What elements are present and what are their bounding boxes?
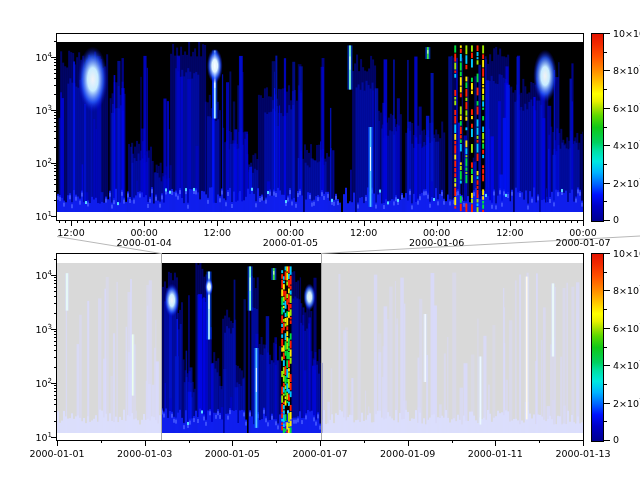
zoomed-x-minor-tick [388, 220, 389, 223]
zoomed-colorbar-tick-label: 10×107 [613, 28, 640, 39]
zoomed-x-tick [510, 220, 511, 226]
context-colorbar-tick [604, 272, 607, 273]
zoomed-colorbar-tick-label: 4×107 [613, 140, 640, 151]
zoomed-plot-frame [56, 33, 584, 221]
zoomed-x-minor-tick [540, 220, 541, 223]
zoomed-y-minor-tick [54, 179, 57, 180]
context-y-minor-tick [54, 404, 57, 405]
context-colorbar-tick-label: 0 [613, 435, 619, 445]
context-y-minor-tick [54, 303, 57, 304]
context-colorbar-tick-label: 6×107 [613, 323, 640, 334]
context-colorbar-tick-label: 10×107 [613, 248, 640, 259]
zoomed-x-minor-tick [345, 220, 346, 223]
zoomed-x-minor-tick [83, 220, 84, 223]
zoomed-x-minor-tick [546, 220, 547, 223]
zoomed-x-minor-tick [455, 220, 456, 223]
context-colorbar-tick [604, 309, 607, 310]
zoomed-x-minor-tick [400, 220, 401, 223]
zoomed-y-minor-tick [54, 138, 57, 139]
context-y-minor-tick [54, 277, 57, 278]
zoomed-x-minor-tick [260, 220, 261, 223]
context-x-tick [145, 440, 146, 446]
zoomed-x-minor-tick [467, 220, 468, 223]
zoomed-x-minor-tick [138, 220, 139, 223]
zoomed-x-minor-tick [181, 220, 182, 223]
zoomed-y-minor-tick [54, 184, 57, 185]
context-colorbar-tick [604, 421, 607, 422]
zoomed-colorbar-tick-label: 0 [613, 215, 619, 225]
zoomed-y-minor-tick [54, 165, 57, 166]
zoomed-x-minor-tick [187, 220, 188, 223]
context-x-date-label: 2000-01-11 [468, 449, 523, 459]
zoomed-x-tick-label: 12:00 [57, 228, 84, 238]
zoomed-x-minor-tick [108, 220, 109, 223]
zoomed-x-minor-tick [309, 220, 310, 223]
zoomed-x-minor-tick [315, 220, 316, 223]
zoomed-x-tick [71, 220, 72, 226]
zoomed-x-minor-tick [65, 220, 66, 223]
context-y-minor-tick [54, 357, 57, 358]
context-x-date-label: 2000-01-03 [117, 449, 172, 459]
zoomed-x-minor-tick [492, 220, 493, 223]
zoomed-colorbar-tick-label: 2×107 [613, 178, 640, 189]
context-y-minor-tick [54, 337, 57, 338]
selection-right-edge[interactable] [321, 253, 322, 440]
context-colorbar-tick [604, 290, 610, 291]
zoomed-x-minor-tick [102, 220, 103, 223]
zoomed-x-minor-tick [534, 220, 535, 223]
zoomed-x-minor-tick [498, 220, 499, 223]
context-y-tick-label: 104 [16, 270, 52, 281]
zoomed-x-minor-tick [114, 220, 115, 223]
zoomed-x-tick-label: 12:00 [496, 228, 523, 238]
context-y-minor-tick [54, 411, 57, 412]
zoomed-y-minor-tick [54, 94, 57, 95]
zoomed-y-minor-tick [54, 122, 57, 123]
zoomed-x-minor-tick [132, 220, 133, 223]
zoomed-colorbar-tick-label: 8×107 [613, 65, 640, 76]
zoomed-x-minor-tick [333, 220, 334, 223]
zoomed-x-minor-tick [175, 220, 176, 223]
context-y-minor-tick [54, 399, 57, 400]
selection-left-edge[interactable] [161, 253, 162, 440]
context-y-minor-tick [54, 291, 57, 292]
zoomed-x-minor-tick [59, 220, 60, 223]
zoomed-y-tick-label: 101 [16, 211, 52, 222]
context-y-tick-label: 103 [16, 324, 52, 335]
zoomed-colorbar-tick [604, 52, 607, 53]
zoomed-x-minor-tick [553, 220, 554, 223]
zoomed-colorbar-tick [604, 70, 610, 71]
zoomed-x-minor-tick [199, 220, 200, 223]
zoomed-x-minor-tick [486, 220, 487, 223]
zoomed-x-minor-tick [376, 220, 377, 223]
zoomed-x-minor-tick [95, 220, 96, 223]
zoomed-y-tick-label: 104 [16, 52, 52, 63]
zoomed-x-date-label: 2000-01-04 [117, 238, 172, 248]
context-colorbar-tick [604, 440, 610, 441]
zoomed-y-minor-tick [54, 65, 57, 66]
zoomed-x-minor-tick [150, 220, 151, 223]
zoomed-y-minor-tick [54, 59, 57, 60]
zoomed-x-minor-tick [351, 220, 352, 223]
context-y-minor-tick [54, 388, 57, 389]
zoomed-y-minor-tick [54, 118, 57, 119]
zoomed-x-tick-label: 12:00 [350, 228, 377, 238]
zoomed-y-tick-label: 102 [16, 158, 52, 169]
zoomed-y-minor-tick [54, 115, 57, 116]
zoomed-x-minor-tick [266, 220, 267, 223]
zoomed-y-tick-label: 103 [16, 105, 52, 116]
context-y-tick-label: 101 [16, 432, 52, 443]
context-colorbar-tick [604, 384, 607, 385]
zoomed-x-minor-tick [577, 220, 578, 223]
context-x-minor-tick [276, 440, 277, 443]
context-y-minor-tick [54, 334, 57, 335]
context-x-date-label: 2000-01-01 [29, 449, 84, 459]
zoomed-x-minor-tick [559, 220, 560, 223]
zoomed-y-minor-tick [54, 78, 57, 79]
zoomed-y-minor-tick [54, 62, 57, 63]
zoomed-y-minor-tick [54, 85, 57, 86]
zoomed-x-minor-tick [418, 220, 419, 223]
spectrogram-viewer: 10110210310412:0000:002000-01-0412:0000:… [0, 0, 640, 480]
zoomed-x-date-label: 2000-01-06 [409, 238, 464, 248]
context-colorbar-tick [604, 365, 610, 366]
zoomed-x-minor-tick [522, 220, 523, 223]
